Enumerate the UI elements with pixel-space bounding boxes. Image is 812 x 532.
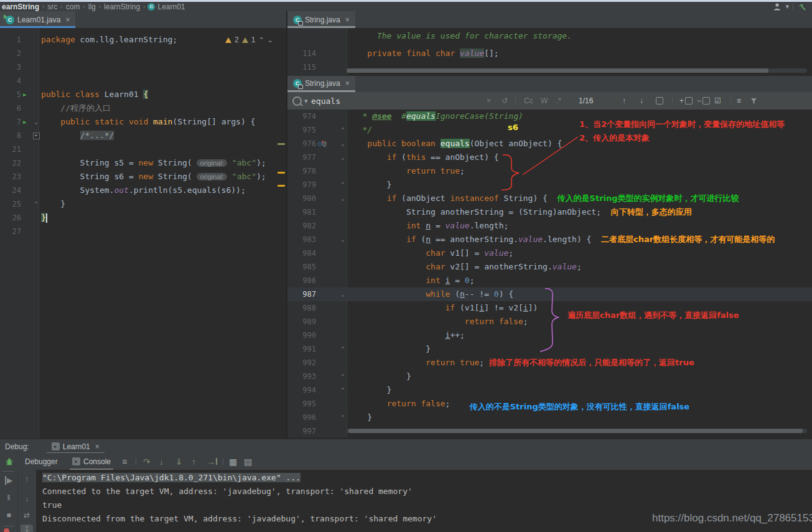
step-over-icon[interactable]: ↷ bbox=[143, 453, 151, 470]
pause-icon[interactable]: ‖ bbox=[2, 493, 15, 502]
close-icon[interactable]: × bbox=[65, 16, 70, 24]
up-stack-icon[interactable]: ↑ bbox=[21, 475, 33, 483]
code-line[interactable]: 24 System.out.println(s5.equals(s6)); bbox=[0, 184, 286, 197]
line-number[interactable]: 27 bbox=[0, 225, 21, 238]
console-line[interactable]: true bbox=[36, 498, 812, 512]
toggle-in-selection-icon[interactable]: ☑ bbox=[714, 92, 721, 110]
fold-up-icon[interactable]: ⌃ bbox=[341, 178, 345, 192]
stop-icon[interactable]: ■ bbox=[2, 511, 15, 520]
fold-down-icon[interactable]: ⌄ bbox=[341, 287, 345, 301]
user-dropdown-icon[interactable]: ▾ bbox=[785, 2, 789, 11]
code-line[interactable]: 978 return true; bbox=[287, 164, 812, 178]
code-line[interactable]: 977⌄ if (this == anObject) { bbox=[287, 151, 812, 164]
line-number[interactable]: 981 bbox=[287, 205, 316, 219]
fold-down-icon[interactable]: ⌄ bbox=[341, 137, 345, 151]
code-text[interactable]: char v2[] = anotherString.value; bbox=[348, 260, 812, 274]
code-text[interactable]: * @see #equalsIgnoreCase(String) bbox=[348, 110, 812, 123]
console-line[interactable]: "C:\Program Files\Java\jdk1.8.0_271\bin\… bbox=[36, 471, 812, 485]
breadcrumb-item[interactable]: llg bbox=[88, 2, 96, 11]
build-hammer-icon[interactable] bbox=[797, 2, 807, 11]
force-step-into-icon[interactable]: ⇓ bbox=[175, 453, 183, 470]
find-next-icon[interactable]: ↓ bbox=[640, 92, 643, 110]
line-number[interactable]: 992 bbox=[287, 356, 316, 370]
code-line[interactable]: 26} bbox=[0, 211, 286, 225]
step-out-icon[interactable]: ↑ bbox=[192, 453, 196, 470]
code-text[interactable]: private final char value[]; bbox=[348, 47, 812, 60]
breadcrumb-item[interactable]: learnString bbox=[104, 2, 140, 11]
code-text[interactable]: public class Learn01 { bbox=[41, 88, 286, 101]
line-number[interactable]: 995 bbox=[287, 397, 316, 411]
close-icon[interactable]: × bbox=[345, 16, 350, 24]
search-input[interactable]: equals bbox=[311, 92, 340, 110]
code-text[interactable]: } bbox=[348, 178, 812, 192]
run-to-cursor-icon[interactable]: → bbox=[207, 453, 217, 470]
line-number[interactable]: 996 bbox=[287, 411, 316, 424]
code-line[interactable]: 982 int n = value.length; bbox=[287, 219, 812, 233]
code-text[interactable] bbox=[41, 47, 286, 60]
close-icon[interactable]: × bbox=[95, 442, 100, 451]
code-text[interactable]: System.out.println(s5.equals(s6)); bbox=[41, 184, 286, 197]
line-number[interactable]: 3 bbox=[0, 60, 21, 74]
line-number[interactable]: 985 bbox=[287, 260, 316, 274]
line-number[interactable]: 978 bbox=[287, 164, 316, 178]
clear-search-icon[interactable]: × bbox=[487, 92, 491, 110]
fold-down-icon[interactable]: ⌄ bbox=[34, 115, 38, 129]
code-line[interactable]: 4 bbox=[0, 74, 286, 88]
fold-up-icon[interactable]: ⌃ bbox=[341, 342, 345, 356]
code-line[interactable]: 989 return false; bbox=[287, 315, 812, 329]
line-number[interactable]: 988 bbox=[287, 301, 316, 315]
line-number[interactable]: 976 bbox=[287, 137, 316, 151]
code-text[interactable]: char v1[] = value; bbox=[348, 246, 812, 260]
code-text[interactable]: } bbox=[41, 197, 286, 211]
code-text[interactable] bbox=[348, 424, 812, 438]
line-number[interactable]: 989 bbox=[287, 315, 316, 329]
search-history-icon[interactable]: ↺ bbox=[502, 92, 508, 110]
code-line[interactable]: 23 String s6 = new String( original: "ab… bbox=[0, 170, 286, 184]
breadcrumb-item[interactable]: src bbox=[47, 2, 57, 11]
line-number[interactable]: 994 bbox=[287, 383, 316, 397]
step-into-icon[interactable]: ↓ bbox=[159, 453, 164, 470]
tab-learn01-java[interactable]: C Learn01.java × bbox=[0, 11, 75, 28]
fold-up-icon[interactable]: ⌃ bbox=[341, 383, 345, 397]
code-text[interactable]: return false; bbox=[348, 315, 812, 329]
code-line[interactable]: 975⌃ */ bbox=[287, 123, 812, 137]
code-line[interactable]: 974 * @see #equalsIgnoreCase(String) bbox=[287, 110, 812, 123]
code-text[interactable]: } bbox=[348, 370, 812, 383]
code-line[interactable]: 994⌃ } bbox=[287, 383, 812, 397]
breadcrumb-item[interactable]: Learn01 bbox=[157, 2, 185, 11]
line-number[interactable]: 977 bbox=[287, 151, 316, 164]
find-prev-icon[interactable]: ↑ bbox=[622, 92, 626, 110]
fold-up-icon[interactable]: ⌃ bbox=[341, 411, 345, 424]
run-icon[interactable]: ▶ bbox=[23, 88, 26, 101]
line-number[interactable]: 975 bbox=[287, 123, 316, 137]
editor-string-top[interactable]: The value is used for character storage.… bbox=[287, 28, 812, 76]
code-line[interactable]: 8+ /*...*/ bbox=[0, 129, 286, 142]
code-line[interactable]: 25⌃ } bbox=[0, 197, 286, 211]
code-text[interactable]: if (anObject instanceof String) { 传入的是St… bbox=[348, 192, 812, 205]
tab-string-java-main[interactable]: C String.java × bbox=[287, 75, 355, 92]
code-line[interactable]: 997 bbox=[287, 424, 812, 438]
override-icon[interactable]: ○ bbox=[318, 137, 322, 151]
code-line[interactable]: 995 return false; 传入的不是String类型的对象，没有可比性… bbox=[287, 397, 812, 411]
regex-toggle[interactable]: .* bbox=[556, 92, 561, 110]
code-text[interactable]: String anotherString = (String)anObject;… bbox=[348, 205, 812, 219]
inspection-widget[interactable]: 2 1 ⌃ ⌄ bbox=[225, 35, 273, 44]
code-line[interactable]: 990 i++; bbox=[287, 329, 812, 342]
code-line[interactable]: 22 String s5 = new String( original: "ab… bbox=[0, 156, 286, 170]
code-text[interactable]: return true; bbox=[348, 164, 812, 178]
line-number[interactable]: 980 bbox=[287, 192, 316, 205]
line-number[interactable]: 8 bbox=[0, 129, 21, 142]
code-line[interactable]: 988 if (v1[i] != v2[i]) bbox=[287, 301, 812, 315]
debug-tab-learn01[interactable]: ▸ Learn01 × bbox=[47, 439, 105, 454]
code-text[interactable] bbox=[41, 60, 286, 74]
editor-learn01[interactable]: 1package com.llg.learnString;2345▶public… bbox=[0, 28, 286, 442]
soft-wrap-icon[interactable]: ⇄ bbox=[21, 511, 33, 520]
code-text[interactable] bbox=[348, 60, 812, 74]
code-line[interactable]: 114 private final char value[]; bbox=[287, 47, 812, 60]
evaluate-expression-icon[interactable]: ▦ bbox=[229, 453, 237, 470]
close-icon[interactable]: × bbox=[345, 79, 350, 88]
rerun-icon[interactable]: ▶ bbox=[2, 476, 15, 485]
code-line[interactable]: 992 return true; 排除了所有不相等的情况后，只能是相等的了，返回… bbox=[287, 356, 812, 370]
line-number[interactable] bbox=[287, 29, 316, 43]
code-line[interactable]: 115 bbox=[287, 60, 812, 74]
